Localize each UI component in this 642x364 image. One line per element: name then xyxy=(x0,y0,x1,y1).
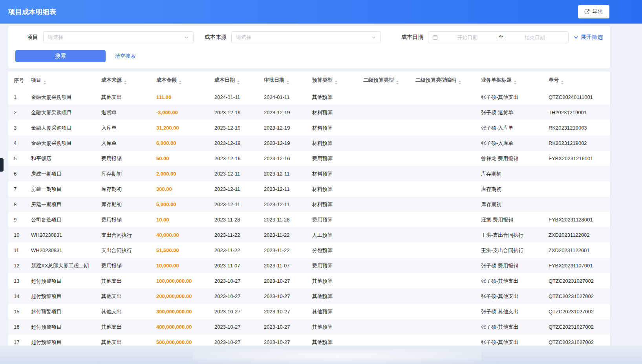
cell-sub-budget-code xyxy=(410,135,476,151)
table-row[interactable]: 4金融大厦采购项目入库单6,000.002023-12-192023-12-19… xyxy=(8,135,610,151)
cell-sub-budget-code xyxy=(410,90,476,105)
column-header-source[interactable]: 成本来源 xyxy=(96,71,151,90)
table-row[interactable]: 7房建一期项目库存期初300.002023-12-112023-12-11材料预… xyxy=(8,181,610,197)
cell-index: 16 xyxy=(8,319,26,335)
source-filter-label: 成本来源 xyxy=(204,34,227,41)
table-row[interactable]: 6房建一期项目库存期初2,000.002023-12-112023-12-11材… xyxy=(8,166,610,181)
cell-doc-no: RK20231219002 xyxy=(543,135,610,151)
table-row[interactable]: 3金融大厦采购项目入库单31,200.002023-12-192023-12-1… xyxy=(8,120,610,135)
source-select[interactable]: 请选择 xyxy=(231,31,381,43)
column-header-approve-date[interactable]: 审批日期 xyxy=(258,71,307,90)
cell-sub-budget-type xyxy=(358,181,410,197)
cell-doc-title: 张子硕-其他支出 xyxy=(476,90,543,105)
sort-icon[interactable] xyxy=(458,80,461,84)
table-row[interactable]: 14超付预警项目其他支出200,000,000.002023-10-272023… xyxy=(8,289,610,304)
column-header-doc-title[interactable]: 业务单据标题 xyxy=(476,71,543,90)
cell-cost-date: 2023-10-27 xyxy=(209,319,258,335)
app-header: 项目成本明细表 导出 xyxy=(0,0,642,24)
cell-cost-date: 2023-11-22 xyxy=(209,227,258,243)
table-row[interactable]: 12新建XX总部大厦工程二期费用报销10,000.002023-11-07202… xyxy=(8,258,610,273)
table-row[interactable]: 10WH20230831支出合同执行40,000.002023-11-22202… xyxy=(8,227,610,243)
cell-source: 库存期初 xyxy=(96,181,151,197)
cell-cost-date: 2023-10-27 xyxy=(209,335,258,346)
date-range-separator: 至 xyxy=(497,34,505,41)
cell-source: 入库单 xyxy=(96,135,151,151)
side-drawer-handle[interactable] xyxy=(0,158,4,172)
table-row[interactable]: 16超付预警项目其他支出400,000,000.002023-10-272023… xyxy=(8,319,610,335)
cell-approve-date: 2023-10-27 xyxy=(258,335,307,346)
cell-budget-type: 其他预算 xyxy=(307,273,358,289)
cell-doc-no: QTZC20231027002 xyxy=(543,273,610,289)
cell-budget-type: 材料预算 xyxy=(307,197,358,212)
table-row[interactable]: 11WH20230831支出合同执行51,500.002023-11-22202… xyxy=(8,243,610,258)
sort-icon[interactable] xyxy=(335,80,338,84)
cell-source: 其他支出 xyxy=(96,304,151,319)
export-button[interactable]: 导出 xyxy=(578,5,609,18)
sort-icon[interactable] xyxy=(237,80,240,84)
project-select[interactable]: 请选择 xyxy=(43,31,194,43)
column-header-project[interactable]: 项目 xyxy=(26,71,96,90)
start-date-input[interactable] xyxy=(438,35,497,40)
table-row[interactable]: 13超付预警项目其他支出100,000,000.002023-10-272023… xyxy=(8,273,610,289)
cell-sub-budget-code xyxy=(410,181,476,197)
cell-doc-title: 张子硕-其他支出 xyxy=(476,304,543,319)
table-row[interactable]: 15超付预警项目其他支出300,000,000.002023-10-272023… xyxy=(8,304,610,319)
column-header-label: 成本日期 xyxy=(214,77,235,83)
column-header-budget-type[interactable]: 预算类型 xyxy=(307,71,358,90)
table-row[interactable]: 17超付预警项目其他支出500,000,000.002023-10-272023… xyxy=(8,335,610,346)
column-header-label: 成本金额 xyxy=(156,77,177,83)
cell-sub-budget-type xyxy=(358,273,410,289)
sort-icon[interactable] xyxy=(179,80,182,84)
sort-icon[interactable] xyxy=(124,80,127,84)
cell-source: 费用报销 xyxy=(96,258,151,273)
cell-amount: 111.00 xyxy=(151,90,209,105)
column-header-label: 二级预算类型 xyxy=(363,77,394,83)
column-header-label: 二级预算类型编码 xyxy=(415,77,456,83)
column-header-doc-no[interactable]: 单号 xyxy=(543,71,610,90)
cell-project: 超付预警项目 xyxy=(26,289,96,304)
sort-icon[interactable] xyxy=(561,80,564,84)
cell-index: 13 xyxy=(8,273,26,289)
cell-sub-budget-code xyxy=(410,304,476,319)
date-range-picker[interactable]: 至 xyxy=(428,31,569,43)
cell-index: 9 xyxy=(8,212,26,227)
end-date-input[interactable] xyxy=(505,35,565,40)
expand-filters-link[interactable]: 展开筛选 xyxy=(573,34,603,41)
cell-doc-title: 库存期初 xyxy=(476,197,543,212)
filter-actions-row: 搜索 清空搜索 xyxy=(15,50,603,62)
cell-doc-no: QTZC20231027002 xyxy=(543,319,610,335)
sort-icon[interactable] xyxy=(286,80,289,84)
search-button[interactable]: 搜索 xyxy=(15,50,106,62)
sort-icon[interactable] xyxy=(43,80,46,84)
column-header-label: 业务单据标题 xyxy=(481,77,512,83)
cell-approve-date: 2023-10-27 xyxy=(258,319,307,335)
table-row[interactable]: 8房建一期项目库存期初5,000.002023-12-112023-12-11材… xyxy=(8,197,610,212)
clear-search-link[interactable]: 清空搜索 xyxy=(115,53,135,60)
cell-cost-date: 2023-10-27 xyxy=(209,289,258,304)
cell-project: 超付预警项目 xyxy=(26,335,96,346)
sort-icon[interactable] xyxy=(514,80,517,84)
table-row[interactable]: 5和平饭店费用报销50.002023-12-162023-12-16费用预算曾祥… xyxy=(8,151,610,166)
table-row[interactable]: 1金融大厦采购项目其他支出111.002024-01-112024-01-11其… xyxy=(8,90,610,105)
page-title: 项目成本明细表 xyxy=(8,7,57,16)
cell-approve-date: 2023-12-11 xyxy=(258,197,307,212)
cell-source: 费用报销 xyxy=(96,212,151,227)
column-header-cost-date[interactable]: 成本日期 xyxy=(209,71,258,90)
cell-sub-budget-type xyxy=(358,151,410,166)
cell-doc-no: ZXD20231122001 xyxy=(543,243,610,258)
cell-approve-date: 2023-11-22 xyxy=(258,227,307,243)
cell-amount: -3,000.00 xyxy=(151,105,209,120)
cell-source: 其他支出 xyxy=(96,335,151,346)
cell-doc-title: 库存期初 xyxy=(476,181,543,197)
cell-cost-date: 2023-10-27 xyxy=(209,273,258,289)
sort-icon[interactable] xyxy=(396,80,399,84)
column-header-amount[interactable]: 成本金额 xyxy=(151,71,209,90)
cell-sub-budget-code xyxy=(410,212,476,227)
table-row[interactable]: 2金融大厦采购项目退货单-3,000.002023-12-192023-12-1… xyxy=(8,105,610,120)
cell-source: 库存期初 xyxy=(96,166,151,181)
cell-amount: 2,000.00 xyxy=(151,166,209,181)
column-header-sub-budget-code[interactable]: 二级预算类型编码 xyxy=(410,71,476,90)
table-row[interactable]: 9公司备选项目费用报销10.002023-11-282023-11-28费用预算… xyxy=(8,212,610,227)
cell-project: WH20230831 xyxy=(26,243,96,258)
column-header-sub-budget-type[interactable]: 二级预算类型 xyxy=(358,71,410,90)
